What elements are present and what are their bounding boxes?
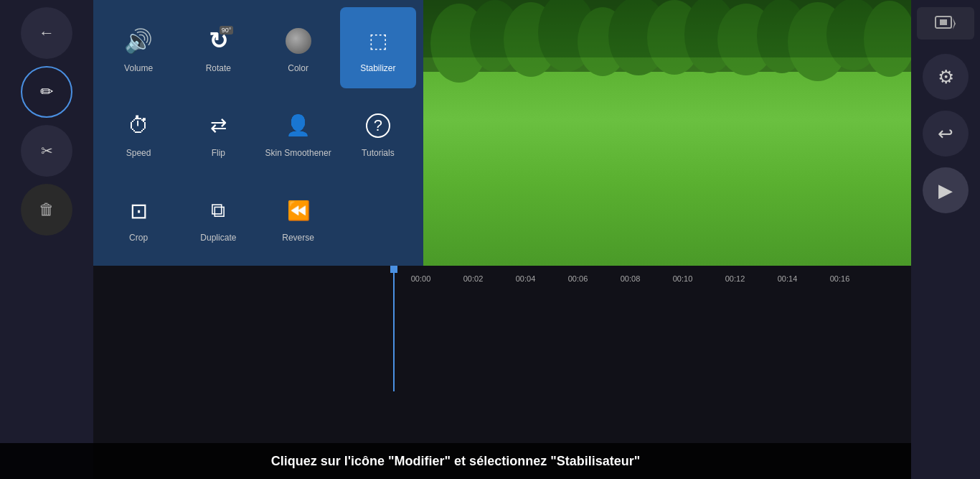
duplicate-icon: ⧉: [211, 199, 225, 223]
flip-icon: ⇄: [210, 113, 227, 137]
time-marker-7: 00:14: [761, 274, 814, 283]
play-button[interactable]: ▶: [923, 167, 969, 213]
tools-panel: 🔊 Volume ↻ 90° Rotate Color ⬚ Stabilizer…: [93, 0, 423, 266]
time-marker-1: 00:02: [447, 274, 499, 283]
time-marker-2: 00:04: [499, 274, 552, 283]
skin-smoothener-label: Skin Smoothener: [265, 148, 331, 158]
reverse-label: Reverse: [282, 233, 314, 243]
forest-svg: [423, 0, 911, 86]
color-icon: [286, 28, 311, 54]
time-marker-8: 00:16: [814, 274, 866, 283]
delete-button[interactable]: 🗑: [21, 184, 72, 236]
speed-icon: ⏱: [128, 113, 149, 138]
tool-duplicate[interactable]: ⧉ Duplicate: [180, 177, 256, 259]
edit-icon: ✏: [40, 83, 53, 101]
back-icon: ←: [39, 24, 55, 42]
skin-smoothener-icon: 👤: [286, 113, 311, 137]
tool-reverse[interactable]: ⏪ Reverse: [260, 177, 336, 259]
rotate-badge: 90°: [220, 26, 234, 34]
tool-tutorials[interactable]: ? Tutorials: [340, 92, 416, 173]
left-sidebar: ← ✏ ✂ 🗑: [0, 0, 93, 479]
duplicate-label: Duplicate: [200, 233, 236, 243]
undo-button[interactable]: ↩: [923, 111, 969, 157]
tool-color[interactable]: Color: [260, 7, 336, 88]
tool-speed[interactable]: ⏱ Speed: [100, 92, 176, 173]
settings-icon: ⚙: [938, 66, 954, 88]
video-preview: [423, 0, 911, 266]
time-marker-4: 00:08: [604, 274, 656, 283]
tool-stabilizer[interactable]: ⬚ Stabilizer: [340, 7, 416, 88]
tool-flip[interactable]: ⇄ Flip: [180, 92, 256, 173]
delete-icon: 🗑: [39, 200, 55, 219]
stabilizer-label: Stabilizer: [360, 63, 395, 73]
subtitle-text: Cliquez sur l'icône "Modifier" et sélect…: [271, 454, 641, 469]
settings-button[interactable]: ⚙: [923, 54, 969, 100]
crop-icon: ⊡: [130, 198, 148, 223]
edit-button[interactable]: ✏: [21, 66, 72, 118]
playhead-head: [390, 266, 397, 273]
playhead[interactable]: [393, 266, 395, 391]
time-markers: 00:00 00:02 00:04 00:06 00:08 00:10 00:1…: [395, 266, 866, 291]
grass-field: [423, 57, 911, 266]
subtitle-bar: Cliquez sur l'icône "Modifier" et sélect…: [0, 443, 911, 479]
tutorials-icon: ?: [366, 113, 390, 138]
scissors-button[interactable]: ✂: [21, 125, 72, 177]
tool-skin-smoothener[interactable]: 👤 Skin Smoothener: [260, 92, 336, 173]
time-marker-3: 00:06: [552, 274, 604, 283]
tool-rotate[interactable]: ↻ 90° Rotate: [180, 7, 256, 88]
export-button[interactable]: [917, 7, 974, 39]
export-icon: [934, 15, 957, 32]
volume-label: Volume: [124, 63, 153, 73]
svg-rect-15: [940, 19, 947, 25]
time-marker-5: 00:10: [656, 274, 709, 283]
scissors-icon: ✂: [41, 142, 53, 159]
speed-label: Speed: [126, 148, 151, 158]
video-frame: [423, 0, 911, 266]
crop-label: Crop: [129, 233, 148, 243]
tool-crop[interactable]: ⊡ Crop: [100, 177, 176, 259]
tool-empty: [340, 177, 416, 259]
tutorials-label: Tutorials: [362, 148, 395, 158]
tool-volume[interactable]: 🔊 Volume: [100, 7, 176, 88]
undo-icon: ↩: [938, 123, 953, 145]
back-button[interactable]: ←: [21, 7, 72, 59]
stabilizer-icon: ⬚: [369, 29, 387, 52]
right-sidebar: ⚙ ↩ ▶: [911, 0, 980, 479]
time-marker-6: 00:12: [709, 274, 761, 283]
color-label: Color: [288, 63, 308, 73]
reverse-icon: ⏪: [287, 200, 310, 222]
volume-icon: 🔊: [124, 27, 153, 55]
flip-label: Flip: [212, 148, 225, 158]
rotate-label: Rotate: [206, 63, 231, 73]
time-marker-0: 00:00: [395, 274, 447, 283]
play-icon: ▶: [938, 180, 953, 202]
